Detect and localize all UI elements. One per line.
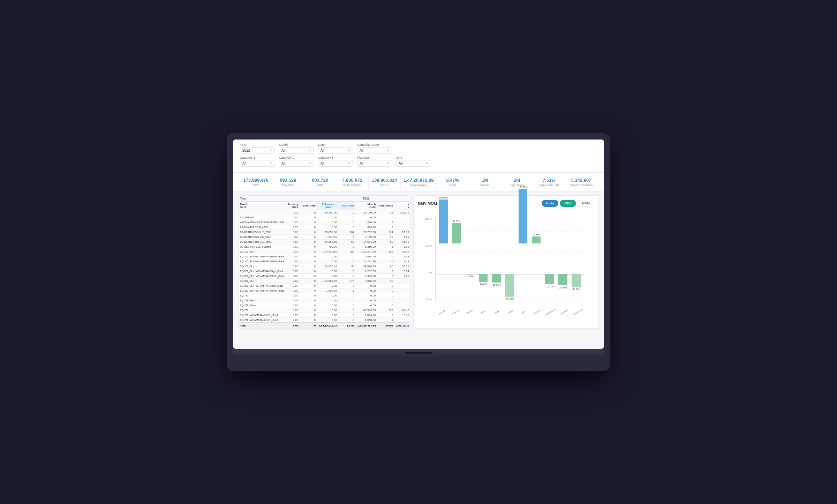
filter-select-year[interactable]: 2022▼	[240, 147, 275, 154]
filter-select-category-2[interactable]: All▼	[279, 160, 314, 167]
filter-select-month[interactable]: All▼	[279, 147, 314, 154]
cell-mar-units: 1	[377, 317, 395, 323]
cell-mar-units: 6	[377, 254, 395, 259]
cell-sku: AM-AMP999	[239, 215, 286, 220]
cell-feb-gmv: 0.00	[317, 259, 338, 264]
bars-container: 100.00%46.01%-0.58%-17.20%-19.38%-52.23%…	[436, 217, 584, 301]
cell-apr-gmv: 0.00	[395, 317, 409, 323]
table-row: EQ-739_Black 0.00 0 0.00 0 0.00 0 0.00 0	[239, 298, 409, 303]
col-jan-units: Total Units	[300, 201, 317, 210]
toggle-gmv-btn[interactable]: GMV	[560, 200, 576, 207]
cell-feb-units: 0	[339, 308, 356, 313]
metric-value: 2M	[504, 178, 530, 183]
metric-card-page-views: 2M Page Views	[501, 175, 533, 189]
cell-jan-units: 0	[300, 303, 317, 308]
laptop-notch	[405, 133, 432, 138]
table-row: EQ-300_BLK+WT-AMP4442High_Black 0.00 0 0…	[239, 283, 409, 288]
cell-jan-units: 0	[300, 244, 317, 249]
cell-apr-gmv: 2,53,253.00	[395, 210, 409, 215]
cell-jan-units: 0	[300, 298, 317, 303]
metric-label: Seller Voucher	[339, 183, 365, 187]
bar-january	[439, 200, 447, 243]
table-row: EQ-200_BLK+WT-AMP4445HIGH_Black 0.00 0 0…	[239, 273, 409, 278]
cell-apr-gmv: 0.00	[395, 278, 409, 283]
cell-feb-gmv: 1,03,685.78	[317, 278, 338, 283]
bar-may	[492, 274, 501, 283]
filter-group-campaign-date: Campaign DateAll▼	[357, 143, 392, 154]
cell-feb-units: 0	[339, 215, 356, 220]
cell-feb-gmv: 25,652.00	[317, 230, 338, 234]
cell-feb-gmv: 1,64,432.80	[317, 249, 338, 254]
total-feb-gmv: 1,83,35,517.14	[317, 323, 338, 328]
table-scroll[interactable]: Year 2022 MonthSKU JanuaryGMV Total Unit…	[239, 196, 409, 328]
cell-mar-units: -11	[377, 210, 395, 215]
table-row: EQ-766+WT-AMP4441HIGH_Silver 0.00 0 0.00…	[239, 317, 409, 323]
cell-jan-gmv: 0.00	[286, 239, 300, 244]
cell-mar-units: 5	[377, 244, 395, 249]
total-apr-gmv: 2,66,16,192.00	[395, 323, 409, 328]
table-body: 0.00 0 -10,590.00 -10 -23,120.00 -11 2,5…	[239, 210, 409, 323]
cell-jan-gmv: 0.00	[286, 259, 300, 264]
bar-november	[572, 274, 580, 287]
cell-apr-gmv: 26,780.00	[395, 239, 409, 244]
cell-sku: DC-NES-PBR-CLS_1Carton	[239, 244, 286, 249]
filter-select-platform[interactable]: All▼	[357, 160, 392, 167]
cell-mar-units: 2	[377, 220, 395, 225]
metric-label: Total Units	[275, 183, 301, 187]
dashboard: Year2022▼MonthAll▼DateAll▼Campaign DateA…	[233, 140, 604, 349]
laptop-base	[233, 349, 604, 357]
cell-feb-gmv: 0.00	[317, 313, 338, 317]
x-label-june: June	[504, 307, 516, 316]
filter-select-category-3[interactable]: All▼	[318, 160, 353, 167]
filter-row-1: Year2022▼MonthAll▼DateAll▼Campaign DateA…	[240, 143, 597, 154]
filter-label: SKU	[396, 156, 431, 159]
x-label-april: April	[477, 307, 489, 316]
filter-select-sku[interactable]: All▼	[396, 160, 431, 167]
cell-mar-gmv: 7,333.00	[356, 273, 377, 278]
filter-select-category-1[interactable]: All▼	[240, 160, 275, 167]
filter-select-date[interactable]: All▼	[318, 147, 353, 154]
toggle-mom-btn[interactable]: MOM	[578, 200, 594, 207]
cell-feb-gmv: 0.00	[317, 308, 338, 313]
cell-jan-units: 0	[300, 215, 317, 220]
table-row: DC-BEANS-ORG-SIG_250G 0.00 0 1,910.00 6 …	[239, 234, 409, 239]
cell-jan-units: 0	[300, 239, 317, 244]
bar-june	[505, 274, 514, 297]
metric-value: 1M	[472, 178, 498, 183]
bar-july	[519, 189, 527, 243]
cell-jan-units: 0	[300, 278, 317, 283]
filter-group-sku: SKUAll▼	[396, 156, 431, 167]
filter-select-campaign-date[interactable]: All▼	[357, 147, 392, 154]
table-row: EQ-100_BLK+WT-AMP4445HIGH_Black 0.00 0 0…	[239, 259, 409, 264]
cell-apr-gmv: 34,972.80	[395, 249, 409, 254]
cell-jan-units: 0	[300, 293, 317, 298]
table-section: Year 2022 MonthSKU JanuaryGMV Total Unit…	[238, 195, 409, 329]
year-header: Year	[239, 196, 286, 202]
cell-jan-units: 0	[300, 254, 317, 259]
cell-jan-units: 0	[300, 288, 317, 293]
table-row: AM-AMP999 0.00 0 0.00 0 0.00 0 0.00 0	[239, 215, 409, 220]
cell-mar-units: 18	[377, 278, 395, 283]
cell-feb-units: 0	[339, 313, 356, 317]
bar-april	[479, 274, 488, 282]
cell-mar-gmv: 5,834.00	[356, 254, 377, 259]
cell-mar-units: 86	[377, 264, 395, 269]
cell-feb-units: -1	[339, 288, 356, 293]
laptop-frame: Year2022▼MonthAll▼DateAll▼Campaign DateA…	[227, 133, 610, 371]
col-apr-gmv: AprilGMV	[395, 201, 409, 210]
toggle-units-btn[interactable]: Units	[542, 200, 559, 207]
cell-jan-gmv: 0.00	[286, 220, 300, 225]
cell-mar-units: 7	[377, 273, 395, 278]
metric-value: 139,965,824	[371, 178, 398, 183]
cell-sku: EQ-739_Silver	[239, 303, 286, 308]
cell-apr-gmv: 4,615.00	[395, 234, 409, 239]
cell-feb-units: 0	[339, 254, 356, 259]
bar-wrapper-january: 100.00%	[437, 217, 450, 301]
metric-label: Platform Vouchers	[568, 183, 594, 187]
cell-feb-gmv: 0.00	[317, 283, 338, 288]
table-row: EQ-200_BLK+WT-AMP4442High_Black 0.00 0 0…	[239, 269, 409, 273]
chart-section: GMV MOM Units GMV MOM 100%50%0%-50% 100.…	[413, 195, 599, 329]
table-row: DC-NES-PBR-CLS_1Carton 0.00 0 790.00 3 1…	[239, 244, 409, 249]
cell-jan-units: 0	[300, 269, 317, 273]
x-label-july: July	[518, 307, 530, 316]
